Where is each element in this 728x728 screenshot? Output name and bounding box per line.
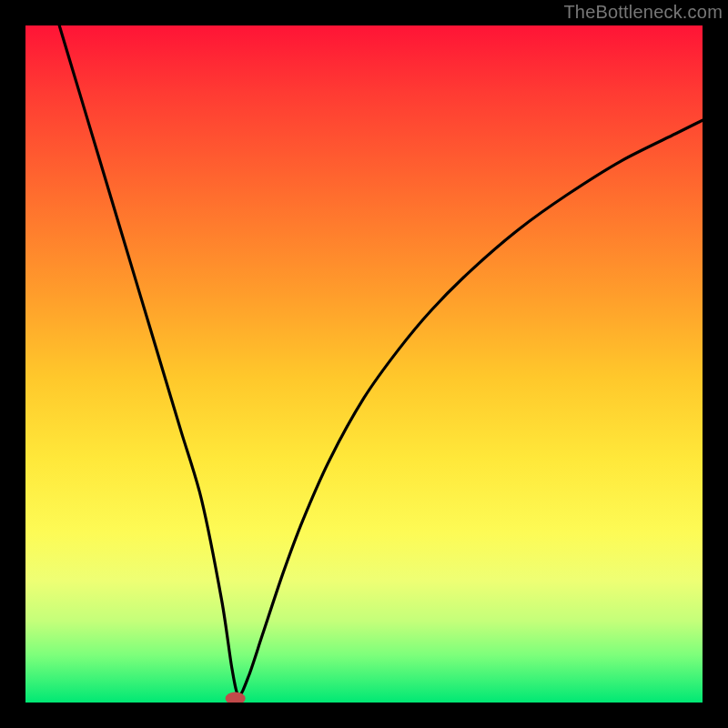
watermark-text: TheBottleneck.com xyxy=(563,2,723,23)
chart-container: TheBottleneck.com xyxy=(0,0,728,728)
plot-svg xyxy=(25,25,703,703)
plot-area xyxy=(25,25,703,703)
bottleneck-curve xyxy=(59,25,703,696)
